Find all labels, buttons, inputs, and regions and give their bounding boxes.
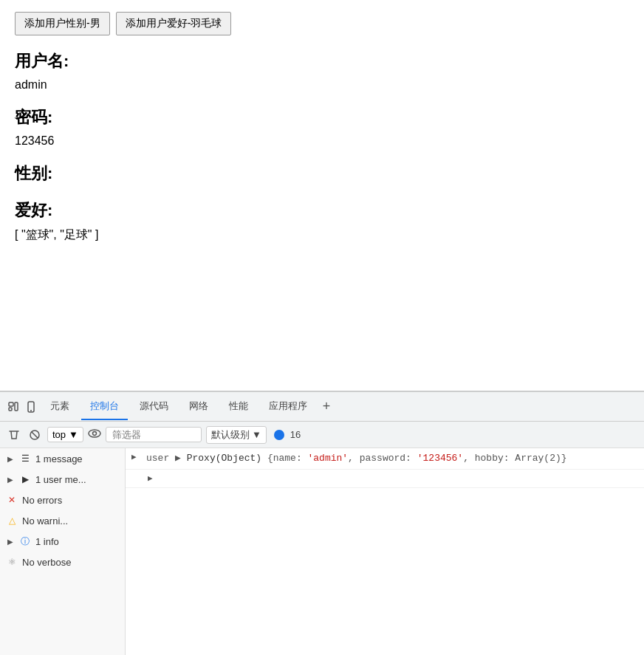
tab-sources[interactable]: 源代码 — [131, 394, 177, 420]
password-label: 密码: — [15, 106, 629, 128]
error-icon: ✕ — [6, 494, 18, 506]
expand-icon-3: ▶ — [6, 537, 15, 546]
devtools-tab-bar: 元素 控制台 源代码 网络 性能 应用程序 + — [0, 392, 644, 422]
console-arrow: ▶ — [175, 453, 187, 464]
list-icon: ☰ — [19, 453, 31, 464]
devtools-body: ▶ ☰ 1 message ▶ ▶ 1 user me... ✕ No erro… — [0, 448, 644, 655]
clear-console-icon[interactable] — [6, 427, 22, 443]
sidebar-info-label: 1 info — [35, 536, 59, 547]
tab-performance[interactable]: 性能 — [220, 394, 257, 420]
add-hobby-button[interactable]: 添加用户爱好-羽毛球 — [116, 12, 232, 35]
blue-dot — [274, 430, 284, 440]
devtools-panel: 元素 控制台 源代码 网络 性能 应用程序 + — [0, 391, 644, 655]
sidebar-no-errors[interactable]: ✕ No errors — [0, 490, 125, 510]
devtools-console: ▶ user ▶ Proxy(Object) {name: 'admin', p… — [126, 448, 644, 655]
devtools-sidebar: ▶ ☰ 1 message ▶ ▶ 1 user me... ✕ No erro… — [0, 448, 126, 655]
tab-network[interactable]: 网络 — [180, 394, 217, 420]
console-row-expand: ▶ — [126, 470, 644, 489]
row-expand-arrow-2[interactable]: ▶ — [148, 473, 158, 485]
add-gender-button[interactable]: 添加用户性别-男 — [15, 12, 110, 35]
sidebar-user-messages[interactable]: ▶ ▶ 1 user me... — [0, 469, 125, 490]
row-expand-arrow[interactable]: ▶ — [131, 451, 142, 464]
warning-icon: △ — [6, 515, 18, 527]
sidebar-all-messages[interactable]: ▶ ☰ 1 message — [0, 448, 125, 469]
info-icon: ⓘ — [19, 535, 31, 547]
button-row: 添加用户性别-男 添加用户爱好-羽毛球 — [15, 12, 629, 35]
username-label: 用户名: — [15, 50, 629, 72]
tab-application[interactable]: 应用程序 — [260, 394, 316, 420]
password-value: 123456 — [15, 134, 629, 148]
eye-icon[interactable] — [88, 428, 101, 441]
svg-rect-1 — [9, 408, 12, 411]
main-content: 添加用户性别-男 添加用户爱好-羽毛球 用户名: admin 密码: 12345… — [0, 0, 644, 391]
message-count: 16 — [290, 429, 301, 440]
password-val: '123456' — [417, 453, 463, 464]
user-icon: ▶ — [19, 473, 31, 485]
sidebar-messages-label: 1 message — [35, 453, 83, 464]
tab-elements[interactable]: 元素 — [41, 394, 78, 420]
name-val: 'admin' — [308, 453, 349, 464]
sidebar-errors-label: No errors — [22, 495, 62, 506]
inspect-icon[interactable] — [6, 399, 21, 414]
svg-rect-0 — [9, 402, 13, 406]
sidebar-warnings-label: No warni... — [22, 515, 68, 527]
sidebar-no-verbose[interactable]: ⚛ No verbose — [0, 552, 125, 572]
tab-console[interactable]: 控制台 — [81, 394, 128, 420]
default-level-dropdown[interactable]: 默认级别 ▼ — [206, 426, 267, 444]
ban-icon[interactable] — [27, 427, 43, 443]
plus-icon[interactable]: + — [319, 399, 334, 414]
sidebar-no-warnings[interactable]: △ No warni... — [0, 510, 125, 531]
svg-point-8 — [92, 432, 96, 436]
context-dropdown[interactable]: top ▼ — [47, 427, 83, 442]
svg-point-4 — [30, 410, 32, 411]
svg-line-6 — [32, 431, 38, 438]
sidebar-info[interactable]: ▶ ⓘ 1 info — [0, 531, 125, 552]
expand-icon-2: ▶ — [6, 475, 15, 484]
console-row-user: ▶ user ▶ Proxy(Object) {name: 'admin', p… — [126, 448, 644, 470]
sidebar-verbose-label: No verbose — [22, 557, 71, 568]
verbose-icon: ⚛ — [6, 556, 18, 568]
svg-rect-2 — [15, 402, 18, 411]
hobby-label: 爱好: — [15, 199, 629, 222]
hobby-value: [ "篮球", "足球" ] — [15, 227, 629, 243]
devtools-toolbar: top ▼ 默认级别 ▼ 16 — [0, 422, 644, 448]
proxy-text: Proxy(Object) — [187, 453, 267, 464]
console-detail: {name: — [267, 453, 308, 464]
filter-input[interactable] — [106, 427, 202, 442]
expand-icon: ▶ — [6, 454, 15, 463]
gender-label: 性别: — [15, 162, 629, 185]
svg-point-7 — [89, 430, 100, 437]
sidebar-user-label: 1 user me... — [35, 474, 86, 485]
mobile-icon[interactable] — [24, 399, 38, 414]
username-value: admin — [15, 78, 629, 92]
console-label: user — [146, 453, 169, 464]
